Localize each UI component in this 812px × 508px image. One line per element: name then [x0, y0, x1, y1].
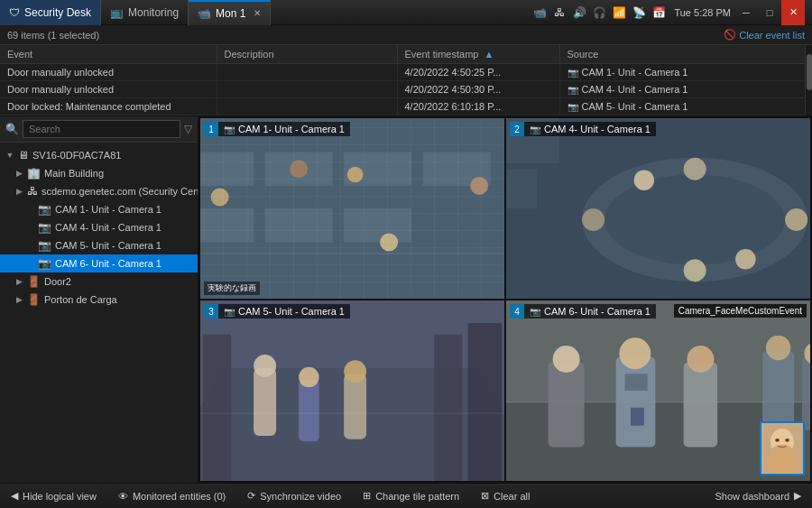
camera-cell-2[interactable]: 2 📷 CAM 4- Unit - Camera 1	[506, 118, 810, 299]
svg-point-18	[684, 158, 706, 180]
camera-feed-3	[200, 300, 504, 481]
col-timestamp[interactable]: Event timestamp ▲	[397, 45, 559, 64]
svg-point-57	[775, 439, 780, 442]
tree-item[interactable]: ▶ 🏢 Main Building	[0, 164, 198, 182]
minimize-button[interactable]: ─	[734, 0, 758, 25]
svg-point-58	[785, 439, 789, 442]
cam4-face-thumbnail	[760, 421, 805, 476]
cam1-scene	[200, 118, 504, 299]
tree-label: scdemo.genetec.com (Security Cent	[42, 186, 198, 197]
col-source[interactable]: Source	[559, 45, 812, 64]
event-cell-event: Door locked: Maintenance completed	[0, 98, 217, 115]
event-cell-timestamp: 4/20/2022 6:10:18 P...	[397, 98, 559, 115]
svg-rect-6	[265, 208, 333, 243]
svg-rect-45	[684, 363, 718, 448]
cam1-number: 1	[204, 122, 218, 136]
event-scroll: Event Description Event timestamp ▲ Sour…	[0, 45, 812, 115]
event-row[interactable]: Door manually unlocked 4/20/2022 4:50:25…	[0, 64, 812, 81]
main-content: 69 items (1 selected) 🚫 Clear event list…	[0, 25, 812, 508]
svg-point-17	[604, 175, 785, 265]
event-row[interactable]: Door locked: Maintenance completed 4/20/…	[0, 98, 812, 115]
tree-label: CAM 4- Unit - Camera 1	[55, 222, 161, 233]
tab-monitoring[interactable]: 📺 Monitoring	[101, 0, 189, 25]
svg-rect-7	[344, 208, 411, 243]
svg-rect-50	[762, 351, 794, 430]
camera-cell-3[interactable]: 3 📷 CAM 5- Unit - Camera 1	[200, 300, 504, 481]
maximize-button[interactable]: □	[758, 0, 781, 25]
event-scrollbar-thumb[interactable]	[807, 54, 812, 90]
synchronize-video-button[interactable]: ⟳ Synchronize video	[244, 490, 345, 502]
tab-security-desk-label: Security Desk	[24, 6, 91, 19]
camera-cell-4[interactable]: 4 📷 CAM 6- Unit - Camera 1 Camera_FaceMe…	[506, 300, 810, 481]
svg-rect-1	[200, 152, 254, 187]
lower-section: 🔍 ▽ ▼ 🖥 SV16-0DF0AC7A81 ▶ 🏢 Main Buildin…	[0, 116, 812, 483]
svg-rect-29	[203, 335, 231, 482]
svg-point-9	[290, 160, 308, 178]
search-bar: 🔍 ▽	[0, 116, 198, 143]
event-row[interactable]: Door manually unlocked 4/20/2022 4:50:30…	[0, 81, 812, 98]
tree-label: Porton de Carga	[44, 294, 117, 305]
svg-rect-0	[200, 118, 504, 299]
filter-icon[interactable]: ▽	[184, 123, 192, 135]
tree-label: Door2	[44, 276, 71, 287]
svg-point-8	[211, 189, 229, 207]
tab-mon1[interactable]: 📹 Mon 1 ✕	[189, 0, 271, 25]
tree-label: SV16-0DF0AC7A81	[32, 150, 121, 161]
clear-all-button[interactable]: ⊠ Clear all	[477, 490, 533, 502]
show-dashboard-button[interactable]: Show dashboard ▶	[711, 490, 805, 502]
svg-point-12	[347, 167, 364, 183]
search-icon: 🔍	[5, 123, 19, 135]
tree-item[interactable]: ▼ 🖥 SV16-0DF0AC7A81	[0, 146, 198, 164]
tree-item[interactable]: 📷 CAM 6- Unit - Camera 1	[0, 254, 198, 272]
mon1-icon: 📹	[198, 7, 211, 20]
tree-item[interactable]: 📷 CAM 5- Unit - Camera 1	[0, 236, 198, 254]
change-tile-pattern-button[interactable]: ⊞ Change tile pattern	[359, 490, 463, 502]
tree-label: CAM 1- Unit - Camera 1	[55, 204, 161, 215]
svg-rect-52	[802, 357, 810, 430]
event-table: Event Description Event timestamp ▲ Sour…	[0, 45, 812, 115]
tree-icon: 📷	[38, 257, 51, 270]
clear-event-list-button[interactable]: 🚫 Clear event list	[724, 29, 805, 41]
close-button[interactable]: ✕	[781, 0, 805, 25]
tree-item[interactable]: 📷 CAM 4- Unit - Camera 1	[0, 218, 198, 236]
window-controls: ─ □ ✕	[734, 0, 805, 25]
tree-item[interactable]: 📷 CAM 1- Unit - Camera 1	[0, 200, 198, 218]
svg-rect-36	[344, 374, 366, 439]
tree-item[interactable]: ▶ 🚪 Porton de Carga	[0, 291, 198, 309]
svg-rect-30	[468, 323, 503, 481]
tab-security-desk[interactable]: 🛡 Security Desk	[0, 0, 101, 25]
tray-calendar-icon: 📅	[651, 5, 667, 21]
hide-logical-view-button[interactable]: ◀ Hide logical view	[7, 490, 100, 502]
hide-view-label: Hide logical view	[23, 491, 97, 502]
svg-rect-42	[616, 357, 656, 448]
tree-item[interactable]: ▶ 🖧 scdemo.genetec.com (Security Cent	[0, 182, 198, 200]
security-desk-icon: 🛡	[9, 6, 20, 19]
event-cell-source: 📷CAM 5- Unit - Camera 1	[559, 98, 812, 115]
tab-mon1-label: Mon 1	[216, 7, 245, 20]
monitored-entities-button[interactable]: 👁 Monitored entities (0)	[115, 491, 229, 502]
event-scrollbar[interactable]	[805, 45, 812, 115]
clear-all-icon: ⊠	[481, 490, 489, 502]
event-cell-timestamp: 4/20/2022 4:50:30 P...	[397, 81, 559, 98]
clear-icon: 🚫	[724, 29, 736, 41]
col-event[interactable]: Event	[0, 45, 217, 64]
svg-point-33	[254, 355, 276, 377]
svg-point-10	[380, 234, 398, 252]
svg-point-46	[687, 346, 714, 373]
entity-tree: ▼ 🖥 SV16-0DF0AC7A81 ▶ 🏢 Main Building ▶ …	[0, 143, 198, 483]
svg-rect-34	[299, 380, 319, 442]
cam3-scene	[200, 300, 504, 481]
col-description[interactable]: Description	[217, 45, 397, 64]
tile-label: Change tile pattern	[375, 491, 459, 502]
svg-rect-2	[265, 152, 333, 187]
camera-feed-1	[200, 118, 504, 299]
search-input[interactable]	[23, 120, 180, 138]
cam2-number: 2	[510, 122, 524, 136]
camera-cell-1[interactable]: 1 📷 CAM 1- Unit - Camera 1 実験的な録画	[200, 118, 504, 299]
tab-mon1-close[interactable]: ✕	[254, 8, 261, 18]
cam4-number: 4	[510, 304, 524, 319]
tree-item[interactable]: ▶ 🚪 Door2	[0, 272, 198, 291]
tree-icon: 🚪	[27, 293, 41, 306]
bottombar: ◀ Hide logical view 👁 Monitored entities…	[0, 483, 812, 508]
tree-icon: 🏢	[27, 167, 41, 180]
